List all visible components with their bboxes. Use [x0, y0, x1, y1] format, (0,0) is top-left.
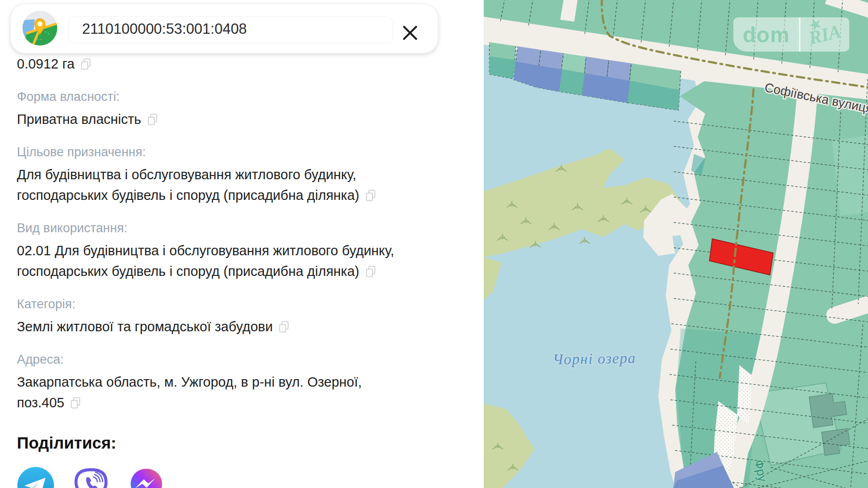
- field-label-category: Категорія:: [17, 294, 467, 314]
- field-label-use: Вид використання:: [17, 218, 467, 238]
- copy-icon[interactable]: [80, 55, 91, 76]
- copy-icon[interactable]: [70, 394, 81, 415]
- telegram-share-button[interactable]: [17, 466, 54, 488]
- field-label-ownership: Форма власності:: [17, 86, 467, 107]
- close-icon[interactable]: [398, 21, 422, 45]
- viber-share-button[interactable]: [72, 466, 110, 488]
- area-value: 0.0912 га: [17, 56, 75, 71]
- map-thumbnail-icon: [23, 11, 57, 46]
- copy-icon[interactable]: [365, 187, 376, 207]
- field-label-purpose: Цільове призначення:: [17, 142, 467, 162]
- field-label-address: Адреса:: [17, 349, 467, 370]
- field-value-purpose-2: господарських будівель і споруд (присади…: [17, 185, 467, 207]
- cadastral-map-app: 0.0912 га Форма власності: Приватна влас…: [0, 0, 868, 488]
- telegram-icon: [17, 466, 54, 488]
- parcel-details: 0.0912 га Форма власності: Приватна влас…: [17, 53, 467, 488]
- field-value-use-1: 02.01 Для будівництва і обслуговування ж…: [17, 240, 467, 261]
- field-value-address-1: Закарпатська область, м. Ужгород, в р-ні…: [17, 372, 467, 392]
- share-buttons: [17, 466, 467, 488]
- messenger-icon: [128, 466, 165, 488]
- copy-icon[interactable]: [365, 263, 376, 283]
- parcel-details-panel: 0.0912 га Форма власності: Приватна влас…: [0, 0, 484, 488]
- field-value-ownership: Приватна власність: [17, 109, 467, 131]
- field-value-address-2: поз.405: [17, 392, 467, 415]
- messenger-share-button[interactable]: [128, 466, 165, 488]
- field-value-use-2: господарських будівель і споруд (присади…: [17, 261, 467, 283]
- viber-icon: [72, 466, 110, 488]
- copy-icon[interactable]: [278, 318, 289, 339]
- share-heading: Поділитися:: [17, 432, 467, 454]
- search-input[interactable]: [81, 4, 374, 54]
- field-value-category: Землі житлової та громадської забудови: [17, 316, 467, 339]
- search-bar: [10, 4, 438, 53]
- lake-label: Чорні озера: [553, 349, 636, 367]
- cadastral-map[interactable]: Софіївська вулиця Чорні озера Фру dom ★ …: [484, 0, 868, 488]
- area-line: 0.0912 га: [17, 53, 467, 76]
- copy-icon[interactable]: [147, 111, 158, 131]
- field-value-purpose-1: Для будівництва і обслуговування житлово…: [17, 164, 467, 185]
